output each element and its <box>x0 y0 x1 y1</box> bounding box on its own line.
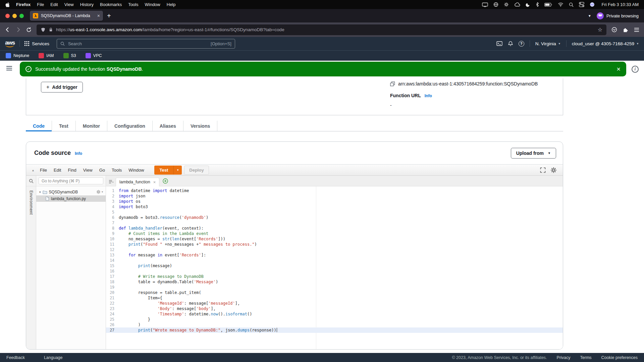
code-line[interactable]: 16 <box>106 268 563 274</box>
tab-list-icon[interactable] <box>109 180 114 184</box>
aws-logo[interactable]: aws <box>5 40 15 48</box>
spotlight-search-icon[interactable] <box>569 2 574 7</box>
cloudshell-icon[interactable] <box>496 41 502 46</box>
environment-tab[interactable]: Environment <box>29 190 34 215</box>
code-line[interactable]: 11 print("Found " +no_messages +" messag… <box>106 242 563 247</box>
tab-aliases[interactable]: Aliases <box>153 121 183 131</box>
flashbar-close-icon[interactable]: × <box>616 66 621 72</box>
language-link[interactable]: Language <box>44 355 63 360</box>
forward-icon[interactable] <box>15 27 21 33</box>
region-selector[interactable]: N. Virginia▼ <box>535 41 561 46</box>
editor-menu-edit[interactable]: Edit <box>50 168 64 173</box>
search-input[interactable] <box>67 41 208 47</box>
footer-link-terms[interactable]: Terms <box>580 355 592 360</box>
code-line[interactable]: 7 <box>106 220 563 226</box>
editor-menu-go[interactable]: Go <box>96 168 108 173</box>
account-menu[interactable]: cloud_user @ 4305-7168-4259▼ <box>572 41 639 46</box>
extensions-icon[interactable] <box>623 27 628 33</box>
footer-link-cookie-preferences[interactable]: Cookie preferences <box>601 355 638 360</box>
pocket-icon[interactable] <box>611 27 617 33</box>
tree-folder-row[interactable]: ▾ SQSDynamoDB ▾ <box>36 189 106 195</box>
notifications-bell-icon[interactable] <box>508 41 513 46</box>
menubar-item-edit[interactable]: Edit <box>50 2 58 7</box>
code-editor[interactable]: 1from datetime import datetime2import js… <box>106 186 563 349</box>
code-line[interactable]: 19 <box>106 285 563 290</box>
editor-settings-gear-icon[interactable] <box>550 167 557 173</box>
favorite-vpc[interactable]: VPC <box>86 53 102 58</box>
code-line[interactable]: 3import os <box>106 199 563 204</box>
list-all-tabs-icon[interactable]: ▾ <box>589 13 591 18</box>
tab-code[interactable]: Code <box>26 121 52 131</box>
menubar-clock[interactable]: Fri Feb 3 10:33 AM <box>601 2 639 7</box>
favorite-s3[interactable]: S3 <box>63 53 76 58</box>
editor-menu-file[interactable]: File <box>37 168 50 173</box>
code-line[interactable]: 24 'Timestamp': datetime.now().isoformat… <box>106 311 563 317</box>
code-line[interactable]: 17 # Write message to DynamoDB <box>106 274 563 279</box>
help-panel-toggle-icon[interactable]: i <box>632 66 639 73</box>
function-url-info-link[interactable]: Info <box>425 94 432 98</box>
screen-mirroring-icon[interactable] <box>482 2 488 7</box>
url-input[interactable]: https://us-east-1.console.aws.amazon.com… <box>37 24 606 35</box>
menubar-item-window[interactable]: Window <box>145 2 160 7</box>
code-line[interactable]: 1from datetime import datetime <box>106 188 563 193</box>
menubar-item-help[interactable]: Help <box>167 2 176 7</box>
disclosure-caret-icon[interactable]: ▾ <box>39 190 41 194</box>
menubar-item-tools[interactable]: Tools <box>128 2 138 7</box>
deploy-button[interactable]: Deploy <box>184 166 209 175</box>
code-line[interactable]: 12 <box>106 247 563 252</box>
code-line[interactable]: 9 # Count items in the Lambda event <box>106 231 563 236</box>
editor-menu-window[interactable]: Window <box>125 168 147 173</box>
code-line[interactable]: 5 <box>106 209 563 215</box>
new-editor-tab-icon[interactable] <box>163 178 168 184</box>
tree-settings-caret-icon[interactable]: ▾ <box>102 190 103 193</box>
menubar-item-history[interactable]: History <box>80 2 94 7</box>
code-line[interactable]: 23 'Body': message['body'], <box>106 306 563 311</box>
focus-moon-icon[interactable] <box>526 2 530 7</box>
close-window-button[interactable] <box>5 14 10 18</box>
console-search[interactable]: [Option+S] <box>57 39 235 49</box>
siri-icon[interactable] <box>590 2 595 7</box>
code-source-info-link[interactable]: Info <box>75 151 82 156</box>
code-line[interactable]: 22 'MessageId': message['messageId'], <box>106 301 563 306</box>
back-icon[interactable] <box>5 27 10 33</box>
code-line[interactable]: 21 Item={ <box>106 295 563 301</box>
help-icon[interactable]: ? <box>519 41 524 47</box>
globe-icon[interactable] <box>493 2 498 7</box>
code-line[interactable]: 8def lambda_handler(event, context): <box>106 226 563 231</box>
code-line[interactable]: 2import json <box>106 193 563 199</box>
code-line[interactable]: 25 } <box>106 317 563 322</box>
tab-test[interactable]: Test <box>52 121 76 131</box>
services-menu[interactable]: Services <box>24 41 49 46</box>
tracking-shield-icon[interactable] <box>41 27 46 33</box>
control-center-icon[interactable] <box>579 2 584 7</box>
test-caret-icon[interactable]: ▼ <box>173 166 182 175</box>
code-line[interactable]: 20 response = table.put_item( <box>106 290 563 295</box>
test-button[interactable]: Test <box>154 166 174 175</box>
menubar-item-bookmarks[interactable]: Bookmarks <box>100 2 122 7</box>
editor-menu-view[interactable]: View <box>80 168 96 173</box>
tab-configuration[interactable]: Configuration <box>107 121 153 131</box>
footer-link-privacy[interactable]: Privacy <box>557 355 571 360</box>
tree-settings-gear-icon[interactable] <box>96 190 101 194</box>
add-trigger-button[interactable]: + Add trigger <box>41 82 83 93</box>
upload-from-button[interactable]: Upload from ▼ <box>511 148 556 159</box>
side-nav-toggle-icon[interactable] <box>6 66 12 71</box>
code-line[interactable]: 13 for message in event['Records']: <box>106 252 563 258</box>
goto-anything-input[interactable] <box>39 177 103 184</box>
favorite-neptune[interactable]: Neptune <box>6 53 29 58</box>
panel-search-icon[interactable] <box>26 176 36 186</box>
menubar-item-file[interactable]: File <box>37 2 44 7</box>
code-line[interactable]: 6dynamodb = boto3.resource('dynamodb') <box>106 215 563 220</box>
favorite-iam[interactable]: IAM <box>39 53 54 58</box>
wifi-icon[interactable] <box>558 2 564 7</box>
code-line[interactable]: 14 <box>106 258 563 263</box>
bluetooth-icon[interactable] <box>536 2 539 7</box>
bookmark-star-icon[interactable]: ☆ <box>598 27 602 33</box>
zoom-window-button[interactable] <box>19 14 24 18</box>
gear-icon[interactable] <box>504 2 509 7</box>
code-line[interactable]: 26 ) <box>106 322 563 327</box>
code-line[interactable]: 4import boto3 <box>106 204 563 209</box>
editor-file-tab[interactable]: lambda_function × <box>116 178 159 186</box>
new-tab-button[interactable]: + <box>107 12 111 19</box>
browser-tab[interactable]: λ SQSDynamoDB - Lambda × <box>30 11 103 21</box>
